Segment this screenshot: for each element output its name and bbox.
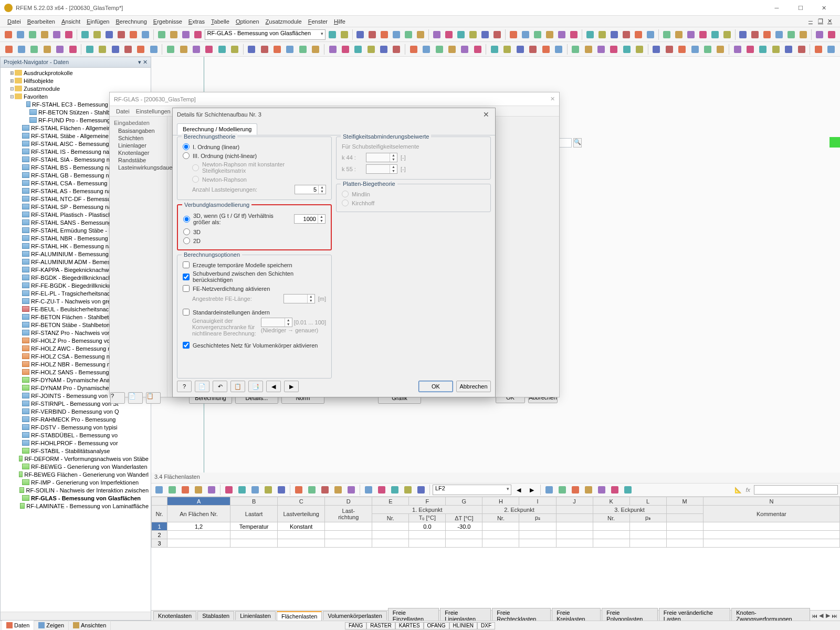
row-header[interactable]: 3 xyxy=(152,539,167,548)
toolbar-button-24[interactable] xyxy=(432,29,442,40)
navigator-pin-icon[interactable]: ▾ ✕ xyxy=(138,59,148,66)
toolbar-button-12[interactable] xyxy=(165,44,176,55)
toolbar-button-19[interactable] xyxy=(259,44,270,55)
toolbar-button-28[interactable] xyxy=(480,29,490,40)
minimize-button[interactable]: ─ xyxy=(765,1,789,15)
lc-prev[interactable]: ◀ xyxy=(513,484,524,496)
table-tool-7[interactable] xyxy=(249,484,261,496)
toolbar-button-60[interactable] xyxy=(813,44,824,55)
cell[interactable] xyxy=(325,531,372,539)
toolbar-button-19[interactable] xyxy=(367,29,377,40)
col-letter[interactable]: M xyxy=(666,497,703,506)
toolbar-button-50[interactable] xyxy=(677,44,688,55)
toolbar-button-32[interactable] xyxy=(434,44,445,55)
toolbar-button-16[interactable] xyxy=(327,29,338,40)
toolbar-button-10[interactable] xyxy=(135,44,146,55)
radio-3d[interactable]: 3D xyxy=(183,227,326,236)
table-tab[interactable]: Stablasten xyxy=(197,611,234,620)
menu-optionen[interactable]: Optionen xyxy=(233,18,262,25)
table-tool-26[interactable] xyxy=(622,484,634,496)
toolbar-button-41[interactable] xyxy=(645,29,656,40)
toolbar-button-47[interactable] xyxy=(634,44,645,55)
row-header[interactable]: 2 xyxy=(152,531,167,539)
toolbar-button-8[interactable] xyxy=(104,29,114,40)
table-tool-25[interactable] xyxy=(609,484,621,496)
tool-icon-3[interactable]: 📋 xyxy=(230,381,245,392)
tree-module[interactable]: RF-BEWEG Flächen - Generierung von Wande… xyxy=(2,470,150,478)
tree-folder[interactable]: ⊟Zusatzmodule xyxy=(2,85,150,92)
cell[interactable] xyxy=(703,522,839,531)
table-tool-20[interactable] xyxy=(543,484,555,496)
toolbar-button-9[interactable] xyxy=(116,29,127,40)
toolbar-button-22[interactable] xyxy=(297,44,308,55)
menu-bearbeiten[interactable]: Bearbeiten xyxy=(24,18,58,25)
toolbar-button-53[interactable] xyxy=(715,44,726,55)
toolbar-button-48[interactable] xyxy=(651,44,662,55)
cell[interactable] xyxy=(409,531,446,539)
col-letter[interactable]: A xyxy=(167,497,230,506)
table-tab[interactable]: Volumenkörperlasten xyxy=(323,611,386,620)
cell[interactable] xyxy=(372,531,409,539)
table-tool-17[interactable] xyxy=(389,484,401,496)
check-layered-mesh[interactable]: Geschichtetes Netz für Volumenkörper akt… xyxy=(183,341,326,350)
table-tool-6[interactable] xyxy=(236,484,248,496)
status-segment[interactable]: FANG xyxy=(345,622,366,629)
toolbar-button-42[interactable] xyxy=(662,29,672,40)
toolbar-button-39[interactable] xyxy=(527,44,538,55)
tree-folder[interactable]: ⊞Ausdruckprotokolle xyxy=(2,69,150,77)
toolbar-button-3[interactable] xyxy=(39,29,50,40)
toolbar-button-1[interactable] xyxy=(16,44,27,55)
steps-spinner[interactable]: ▲▼ xyxy=(295,185,326,194)
cell[interactable] xyxy=(666,539,703,548)
tool-icon-4[interactable]: 📑 xyxy=(248,381,263,392)
fx-icon[interactable]: 📐 xyxy=(732,484,744,496)
toolbar-button-6[interactable] xyxy=(80,29,90,40)
col-letter[interactable]: K xyxy=(593,497,629,506)
help-button[interactable]: ? xyxy=(110,392,125,404)
row-header[interactable]: 1 xyxy=(152,522,167,531)
dialog-close-icon[interactable]: ✕ xyxy=(481,110,491,119)
cell[interactable] xyxy=(519,539,556,548)
toolbar-button-2[interactable] xyxy=(29,44,40,55)
table-tool-16[interactable] xyxy=(376,484,387,496)
table-tool-19[interactable] xyxy=(415,484,427,496)
toolbar-button-45[interactable] xyxy=(608,44,620,55)
toolbar-button-49[interactable] xyxy=(664,44,675,55)
toolbar-button-52[interactable] xyxy=(702,44,713,55)
toolbar-button-58[interactable] xyxy=(783,44,794,55)
cell[interactable] xyxy=(629,531,666,539)
tree-folder[interactable]: ⊞Hilfsobjekte xyxy=(2,77,150,85)
col-letter[interactable]: J xyxy=(556,497,593,506)
cell[interactable]: Temperatur xyxy=(230,522,278,531)
toolbar-button-45[interactable] xyxy=(698,29,708,40)
cell[interactable] xyxy=(703,539,839,548)
table-tool-13[interactable] xyxy=(332,484,344,496)
toolbar-button-50[interactable] xyxy=(762,29,772,40)
col-letter[interactable]: I xyxy=(519,497,556,506)
cell[interactable]: Konstant xyxy=(278,522,325,531)
toolbar-button-26[interactable] xyxy=(456,29,466,40)
toolbar-button-1[interactable] xyxy=(15,29,26,40)
table-tool-4[interactable] xyxy=(206,484,217,496)
table-tool-5[interactable] xyxy=(223,484,235,496)
ratio-spinner[interactable]: ▲▼ xyxy=(294,214,326,224)
ok-button[interactable]: OK xyxy=(418,381,453,392)
table-tool-14[interactable] xyxy=(345,484,357,496)
tab-nav[interactable]: ▶ xyxy=(825,612,832,619)
toolbar-button-46[interactable] xyxy=(621,44,632,55)
toolbar-button-32[interactable] xyxy=(532,29,543,40)
ftool-2[interactable]: 📋 xyxy=(146,392,161,404)
cell[interactable] xyxy=(593,531,629,539)
table-grid[interactable]: ABCDEFGHIJKLMNNr.An Flächen Nr.LastartLa… xyxy=(151,497,840,610)
table-tool-3[interactable] xyxy=(193,484,204,496)
status-segment[interactable]: HLINIEN xyxy=(449,622,477,629)
tree-module[interactable]: RF-DEFORM - Verformungsnachweis von Stäb… xyxy=(2,455,150,463)
table-tool-24[interactable] xyxy=(596,484,607,496)
col-letter[interactable]: N xyxy=(703,497,839,506)
cell[interactable] xyxy=(325,522,372,531)
status-segment[interactable]: OFANG xyxy=(424,622,449,629)
cell[interactable] xyxy=(167,539,230,548)
cell[interactable] xyxy=(482,539,519,548)
cell[interactable] xyxy=(230,539,278,548)
status-segment[interactable]: DXF xyxy=(477,622,495,629)
